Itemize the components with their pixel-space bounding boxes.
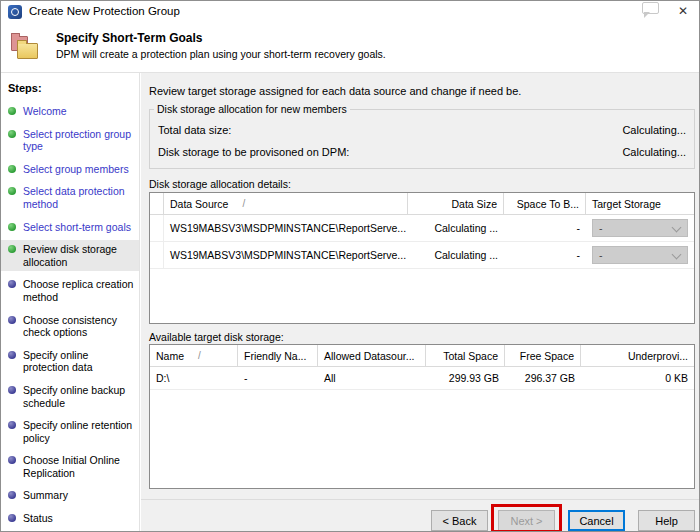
dpm-app-icon — [8, 5, 22, 19]
step-pending-bullet-icon — [8, 514, 16, 522]
available-header-total-space[interactable]: Total Space — [426, 345, 505, 367]
details-table-label: Disk storage allocation details: — [149, 178, 291, 190]
sidebar-item-choose-replica-creation-method: Choose replica creation method — [1, 275, 139, 306]
total-space-cell: 299.93 GB — [426, 367, 505, 389]
data-source-cell: WS19MABSV3\MSDPMINSTANCE\ReportServe... — [164, 242, 408, 268]
allowed-datasources-cell: All — [318, 367, 426, 389]
sidebar-item-specify-online-protection-data: Specify online protection data — [1, 346, 139, 377]
disk-allocation-groupbox: Disk storage allocation for new members … — [149, 103, 695, 169]
step-pending-bullet-icon — [8, 280, 16, 288]
details-header-data-source[interactable]: Data Source / — [164, 193, 408, 215]
sort-ascending-icon: / — [198, 350, 201, 361]
groupbox-legend: Disk storage allocation for new members — [154, 103, 350, 115]
total-data-size-value: Calculating... — [622, 124, 686, 136]
steps-heading: Steps: — [8, 82, 139, 94]
sidebar-item-choose-initial-online-replication: Choose Initial Online Replication — [1, 451, 139, 482]
space-to-b-cell: - — [504, 242, 586, 268]
data-size-cell: Calculating ... — [408, 215, 504, 241]
cancel-button[interactable]: Cancel — [568, 510, 625, 531]
step-done-bullet-icon — [8, 187, 16, 195]
sidebar-item-select-group-members[interactable]: Select group members — [1, 160, 139, 179]
details-table-header: Data Source / Data Size Space To B... Ta… — [150, 193, 694, 215]
sidebar-item-review-disk-storage-allocation[interactable]: Review disk storage allocation — [1, 240, 139, 271]
table-row[interactable]: WS19MABSV3\MSDPMINSTANCE\ReportServe... … — [150, 215, 694, 242]
step-done-bullet-icon — [8, 245, 16, 253]
intro-text: Review target storage assigned for each … — [149, 85, 521, 97]
protection-group-folder-icon — [11, 36, 39, 60]
available-storage-label: Available target disk storage: — [149, 331, 284, 343]
available-header-free-space[interactable]: Free Space — [505, 345, 581, 367]
sidebar-item-specify-online-backup-schedule: Specify online backup schedule — [1, 381, 139, 412]
available-header-friendly-name[interactable]: Friendly Na... — [238, 345, 318, 367]
target-storage-dropdown[interactable]: - — [592, 219, 688, 237]
details-header-space-to-b[interactable]: Space To B... — [504, 193, 586, 215]
total-data-size-label: Total data size: — [158, 124, 231, 136]
steps-sidebar: Steps: Welcome Select protection group t… — [1, 73, 140, 531]
sidebar-item-select-short-term-goals[interactable]: Select short-term goals — [1, 218, 139, 237]
step-pending-bullet-icon — [8, 456, 16, 464]
step-pending-bullet-icon — [8, 421, 16, 429]
page-title: Specify Short-Term Goals — [56, 31, 202, 45]
data-source-cell: WS19MABSV3\MSDPMINSTANCE\ReportServe... — [164, 215, 408, 241]
sort-ascending-icon: / — [242, 198, 245, 209]
data-size-cell: Calculating ... — [408, 242, 504, 268]
step-pending-bullet-icon — [8, 491, 16, 499]
step-done-bullet-icon — [8, 130, 16, 138]
step-done-bullet-icon — [8, 223, 16, 231]
title-bar[interactable]: Create New Protection Group ✕ — [1, 1, 699, 23]
step-pending-bullet-icon — [8, 316, 16, 324]
details-header-target-storage[interactable]: Target Storage — [586, 193, 694, 215]
help-button[interactable]: Help — [638, 510, 695, 531]
provisioned-storage-label: Disk storage to be provisoned on DPM: — [158, 146, 349, 158]
sidebar-item-choose-consistency-check-options: Choose consistency check options — [1, 311, 139, 342]
available-header-allowed-datasources[interactable]: Allowed Datasour... — [318, 345, 426, 367]
step-done-bullet-icon — [8, 165, 16, 173]
friendly-name-cell: - — [238, 367, 318, 389]
space-to-b-cell: - — [504, 215, 586, 241]
target-storage-dropdown[interactable]: - — [592, 246, 688, 264]
available-header-underprovisioned[interactable]: Underprovi... — [581, 345, 694, 367]
next-button[interactable]: Next > — [498, 510, 555, 531]
sidebar-item-status: Status — [1, 509, 139, 528]
step-done-bullet-icon — [8, 107, 16, 115]
details-header-data-size[interactable]: Data Size — [408, 193, 504, 215]
table-row[interactable]: D:\ - All 299.93 GB 296.37 GB 0 KB — [150, 367, 694, 390]
details-header-spacer — [150, 193, 164, 215]
footer-divider — [141, 499, 699, 500]
available-target-disk-storage-table: Name / Friendly Na... Allowed Datasour..… — [149, 344, 695, 489]
main-content: Review target storage assigned for each … — [141, 73, 699, 531]
feedback-bubble-icon[interactable] — [642, 2, 659, 14]
sidebar-item-select-protection-group-type[interactable]: Select protection group type — [1, 125, 139, 156]
close-icon[interactable]: ✕ — [675, 3, 691, 19]
wizard-header: Specify Short-Term Goals DPM will create… — [1, 23, 699, 73]
disk-allocation-details-table: Data Source / Data Size Space To B... Ta… — [149, 192, 695, 324]
free-space-cell: 296.37 GB — [505, 367, 581, 389]
sidebar-item-summary: Summary — [1, 486, 139, 505]
table-row[interactable]: WS19MABSV3\MSDPMINSTANCE\ReportServe... … — [150, 242, 694, 269]
page-subtitle: DPM will create a protection plan using … — [56, 48, 386, 60]
available-header-name[interactable]: Name / — [150, 345, 238, 367]
provisioned-storage-value: Calculating... — [622, 146, 686, 158]
volume-name-cell: D:\ — [150, 367, 238, 389]
step-pending-bullet-icon — [8, 351, 16, 359]
sidebar-item-specify-online-retention-policy: Specify online retention policy — [1, 416, 139, 447]
window-title: Create New Protection Group — [29, 5, 180, 17]
step-pending-bullet-icon — [8, 386, 16, 394]
sidebar-item-welcome[interactable]: Welcome — [1, 102, 139, 121]
chevron-down-icon — [672, 223, 682, 233]
available-table-header: Name / Friendly Na... Allowed Datasour..… — [150, 345, 694, 367]
back-button[interactable]: < Back — [431, 510, 488, 531]
underprovisioned-cell: 0 KB — [581, 367, 694, 389]
chevron-down-icon — [672, 250, 682, 260]
sidebar-item-select-data-protection-method[interactable]: Select data protection method — [1, 182, 139, 213]
